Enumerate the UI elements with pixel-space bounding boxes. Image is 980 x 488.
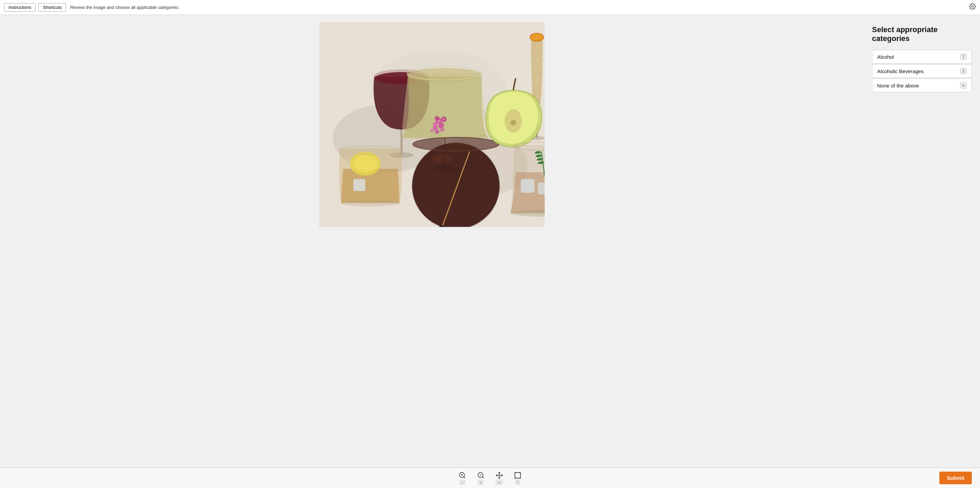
svg-rect-48 — [538, 183, 545, 194]
move-button[interactable]: m — [495, 472, 503, 485]
category-alcoholic-beverages[interactable]: Alcoholic Beverages 2 — [872, 64, 972, 78]
shortcut-1: 1 — [960, 54, 967, 60]
svg-point-0 — [972, 6, 974, 8]
bottom-toolbar: z o m f Submit — [0, 467, 980, 488]
svg-point-12 — [536, 79, 538, 81]
svg-point-24 — [440, 127, 445, 132]
categories-list: Alcohol 1 Alcoholic Beverages 2 None of … — [872, 50, 972, 92]
main-content: Select appropriate categories Alcohol 1 … — [0, 15, 980, 467]
zoom-out-shortcut: o — [478, 480, 484, 485]
submit-button[interactable]: Submit — [939, 472, 972, 484]
shortcuts-button[interactable]: Shortcuts — [38, 3, 66, 12]
svg-point-39 — [412, 143, 500, 227]
move-shortcut: m — [496, 480, 502, 485]
svg-point-23 — [430, 129, 434, 132]
category-label-none: None of the above — [877, 83, 919, 89]
image-container — [319, 22, 545, 227]
svg-point-32 — [443, 119, 445, 120]
top-bar: Instructions Shortcuts Review the image … — [0, 0, 980, 15]
zoom-in-shortcut: z — [460, 480, 465, 485]
svg-point-13 — [535, 69, 536, 70]
svg-rect-64 — [515, 472, 521, 478]
shortcut-2: 2 — [960, 68, 967, 74]
instructions-button[interactable]: Instructions — [4, 3, 35, 12]
svg-point-35 — [353, 155, 377, 173]
fit-button[interactable]: f — [514, 472, 522, 485]
svg-point-31 — [438, 120, 440, 122]
svg-point-28 — [433, 122, 438, 127]
instruction-text: Review the image and choose all applicab… — [70, 5, 180, 10]
category-label-alcoholic-beverages: Alcoholic Beverages — [877, 68, 924, 74]
svg-point-29 — [439, 122, 444, 128]
svg-rect-33 — [353, 179, 365, 191]
category-none-of-above[interactable]: None of the above n — [872, 79, 972, 92]
svg-point-44 — [432, 153, 452, 164]
right-panel: Select appropriate categories Alcohol 1 … — [864, 15, 980, 467]
svg-line-60 — [482, 477, 484, 478]
svg-point-25 — [435, 130, 439, 134]
category-alcohol[interactable]: Alcohol 1 — [872, 50, 972, 64]
svg-point-37 — [340, 200, 401, 207]
svg-line-56 — [464, 477, 465, 478]
svg-point-30 — [434, 116, 439, 121]
panel-title: Select appropriate categories — [872, 25, 972, 43]
image-area — [0, 15, 864, 467]
svg-point-14 — [537, 59, 539, 60]
settings-icon[interactable] — [969, 3, 976, 12]
zoom-in-button[interactable]: z — [458, 472, 466, 485]
zoom-out-button[interactable]: o — [477, 472, 485, 485]
svg-rect-47 — [521, 179, 535, 193]
category-label-alcohol: Alcohol — [877, 54, 894, 60]
shortcut-n: n — [960, 83, 967, 89]
svg-point-46 — [511, 120, 516, 126]
fit-shortcut: f — [515, 480, 520, 485]
